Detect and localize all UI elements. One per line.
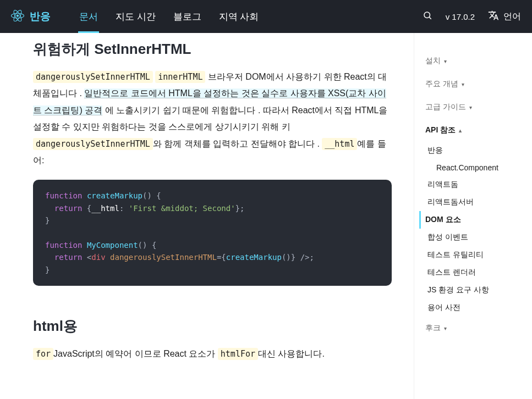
sidegroup-hooks[interactable]: 후크 ▾ — [425, 317, 532, 340]
sidelink-dom-elements[interactable]: DOM 요소 — [419, 211, 532, 229]
nav-docs[interactable]: 문서 — [78, 1, 99, 33]
heading-htmlfor: html용 — [33, 317, 392, 336]
main-nav: 문서 지도 시간 블로그 지역 사회 — [78, 1, 260, 33]
nav-tutorial[interactable]: 지도 시간 — [114, 1, 157, 33]
paragraph-dangerously: dangerouslySetInnerHTML innerHTML 브라우저 D… — [33, 69, 392, 169]
language-label: 언어 — [503, 11, 521, 23]
paragraph-htmlfor: forJavaScript의 예약어 이므로 React 요소가 htmlFor… — [33, 346, 392, 362]
react-logo-icon — [11, 10, 24, 23]
article-content: 위험하게 SetInnerHTML dangerouslySetInnerHTM… — [0, 33, 414, 399]
text-frag-6: 대신 사용합니다. — [258, 349, 325, 358]
sidelink-glossary[interactable]: 용어 사전 — [425, 299, 532, 317]
code-html-prop: __html — [322, 138, 357, 150]
code-for: for — [33, 348, 53, 360]
sidegroup-label: 고급 가이드 — [425, 102, 466, 112]
sidelink-reactdom[interactable]: 리액트돔 — [425, 176, 532, 193]
chevron-down-icon: ▾ — [444, 325, 447, 331]
main-container: 위험하게 SetInnerHTML dangerouslySetInnerHTM… — [0, 33, 532, 399]
chevron-down-icon: ▾ — [462, 81, 464, 87]
top-header: 반응 문서 지도 시간 블로그 지역 사회 v 17.0.2 언어 — [0, 0, 532, 33]
text-frag-5: JavaScript의 예약어 이므로 React 요소가 — [53, 349, 218, 358]
sidelink-test-utils[interactable]: 테스트 유틸리티 — [425, 246, 532, 264]
chevron-down-icon: ▾ — [469, 104, 472, 110]
logo-area[interactable]: 반응 — [11, 9, 51, 24]
svg-line-5 — [429, 17, 431, 19]
sidelink-synthetic-events[interactable]: 합성 이벤트 — [425, 229, 532, 246]
svg-point-0 — [17, 15, 19, 17]
sidegroup-api-reference[interactable]: API 참조 ▴ — [425, 119, 532, 142]
svg-point-4 — [424, 12, 430, 18]
nav-community[interactable]: 지역 사회 — [218, 1, 260, 33]
code-innerhtml: innerHTML — [155, 71, 205, 83]
sidegroup-label: 후크 — [425, 323, 441, 333]
text-frag-3: 와 함께 객체를 입력하고 전달해야 합니다 . — [153, 139, 322, 148]
sidelink-react[interactable]: 반응 — [425, 142, 532, 159]
chevron-down-icon: ▾ — [444, 58, 447, 64]
sidegroup-main-concepts[interactable]: 주요 개념 ▾ — [425, 73, 532, 96]
code-dangerously-2: dangerouslySetInnerHTML — [33, 138, 153, 150]
sidegroup-install[interactable]: 설치 ▾ — [425, 49, 532, 73]
version-link[interactable]: v 17.0.2 — [446, 12, 475, 21]
sidelink-test-renderer[interactable]: 테스트 렌더러 — [425, 264, 532, 281]
api-links: 반응 React.Component 리액트돔 리액트돔서버 DOM 요소 합성… — [425, 142, 532, 317]
nav-blog[interactable]: 블로그 — [172, 1, 202, 33]
heading-dangerously: 위험하게 SetInnerHTML — [33, 40, 392, 59]
sidegroup-label: 설치 — [425, 56, 441, 66]
header-right: v 17.0.2 언어 — [423, 10, 521, 23]
brand-name: 반응 — [30, 9, 51, 24]
code-htmlfor: htmlFor — [218, 348, 258, 360]
sidelink-react-component[interactable]: React.Component — [425, 159, 532, 176]
right-sidebar: 설치 ▾ 주요 개념 ▾ 고급 가이드 ▾ API 참조 ▴ 반응 React.… — [414, 33, 532, 399]
language-selector[interactable]: 언어 — [488, 10, 521, 23]
chevron-up-icon: ▴ — [459, 128, 462, 134]
sidegroup-label: 주요 개념 — [425, 79, 458, 89]
translate-icon — [488, 10, 499, 23]
search-icon[interactable] — [423, 10, 432, 23]
sidegroup-label: API 참조 — [425, 125, 456, 135]
sidegroup-advanced[interactable]: 고급 가이드 ▾ — [425, 96, 532, 119]
sidelink-reactdomserver[interactable]: 리액트돔서버 — [425, 193, 532, 211]
code-dangerously-1: dangerouslySetInnerHTML — [33, 71, 153, 83]
code-example: function createMarkup() { return {__html… — [33, 180, 392, 286]
sidelink-js-env[interactable]: JS 환경 요구 사항 — [425, 281, 532, 299]
